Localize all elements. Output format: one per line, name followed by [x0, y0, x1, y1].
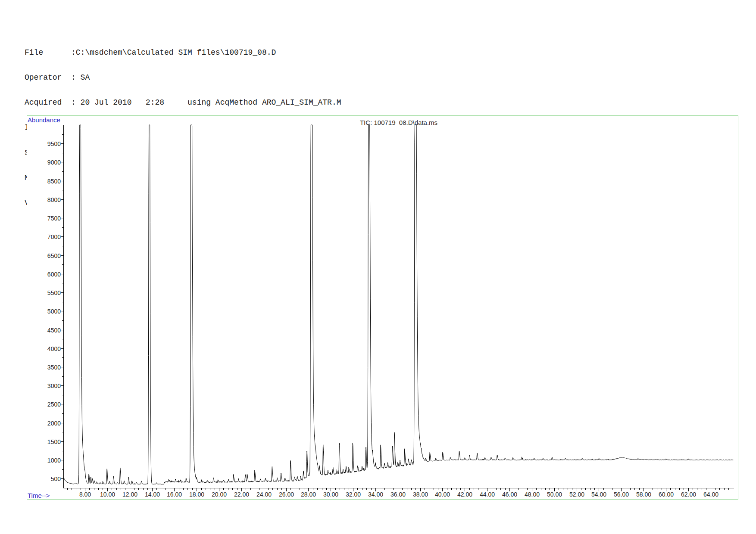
x-axis-caption: Time-->	[28, 492, 50, 499]
y-axis-caption: Abundance	[28, 116, 60, 124]
chromatogram-frame	[27, 115, 738, 500]
header-line-acquired: Acquired : 20 Jul 2010 2:28 using AcqMet…	[25, 99, 341, 107]
chart-title: TIC: 100719_08.D\data.ms	[360, 119, 437, 126]
header-line-file: File :C:\msdchem\Calculated SIM files\10…	[25, 49, 341, 57]
chemstation-report-page: { "header": { "lines": [ "File :C:\\msdc…	[0, 0, 756, 534]
header-line-operator: Operator : SA	[25, 74, 341, 82]
